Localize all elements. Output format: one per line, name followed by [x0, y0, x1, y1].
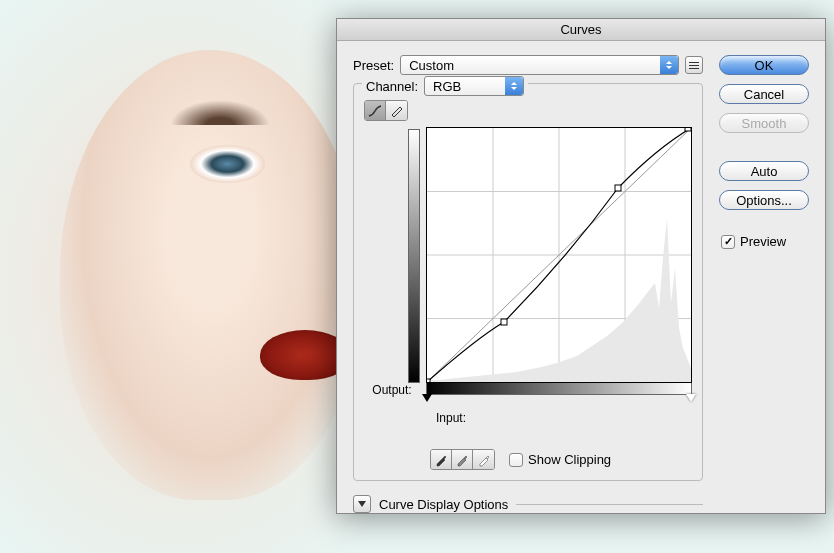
smooth-button[interactable]: Smooth [719, 113, 809, 133]
preset-value: Custom [409, 58, 454, 73]
channel-value: RGB [433, 79, 461, 94]
curves-dialog: Curves Preset: Custom Channel: RGB [336, 18, 826, 514]
ok-button[interactable]: OK [719, 55, 809, 75]
eyebrow-region [170, 100, 270, 125]
input-label: Input: [436, 411, 692, 425]
eyedropper-white-icon [477, 453, 491, 467]
eyedropper-group [430, 449, 495, 470]
show-clipping-checkbox[interactable] [509, 453, 523, 467]
curve-point-tool[interactable] [365, 101, 386, 120]
curve-point-3 [615, 185, 621, 191]
eyedropper-black-icon [434, 453, 448, 467]
preset-select[interactable]: Custom [400, 55, 679, 75]
white-point-slider[interactable] [686, 394, 696, 407]
dialog-title: Curves [337, 19, 825, 41]
output-gradient-bar[interactable] [408, 129, 420, 383]
white-eyedropper[interactable] [473, 450, 494, 469]
select-arrows-icon [660, 56, 678, 74]
curve-point-4 [685, 128, 691, 131]
options-button[interactable]: Options... [719, 190, 809, 210]
channel-select[interactable]: RGB [424, 76, 524, 96]
eye-region [190, 145, 265, 183]
output-label: Output: [372, 383, 411, 397]
display-options-disclose[interactable] [353, 495, 371, 513]
cancel-button[interactable]: Cancel [719, 84, 809, 104]
preset-label: Preset: [353, 58, 394, 73]
select-arrows-icon [505, 77, 523, 95]
curve-icon [368, 105, 382, 117]
pencil-icon [390, 105, 404, 117]
display-options-label: Curve Display Options [379, 497, 508, 512]
input-gradient-bar[interactable] [426, 383, 692, 395]
curves-graph[interactable] [426, 127, 692, 383]
gray-eyedropper[interactable] [452, 450, 473, 469]
preview-label: Preview [740, 234, 786, 249]
eyedropper-gray-icon [455, 453, 469, 467]
preview-checkbox[interactable] [721, 235, 735, 249]
black-point-slider[interactable] [422, 394, 432, 407]
curves-svg [427, 128, 691, 382]
curve-draw-tool[interactable] [386, 101, 407, 120]
curve-point-1 [427, 379, 430, 382]
channel-fieldset: Channel: RGB [353, 83, 703, 481]
black-eyedropper[interactable] [431, 450, 452, 469]
auto-button[interactable]: Auto [719, 161, 809, 181]
curve-tool-group [364, 100, 408, 121]
channel-label: Channel: [366, 79, 418, 94]
divider [516, 504, 703, 505]
preset-menu-button[interactable] [685, 56, 703, 74]
show-clipping-label: Show Clipping [528, 452, 611, 467]
curve-point-2 [501, 319, 507, 325]
